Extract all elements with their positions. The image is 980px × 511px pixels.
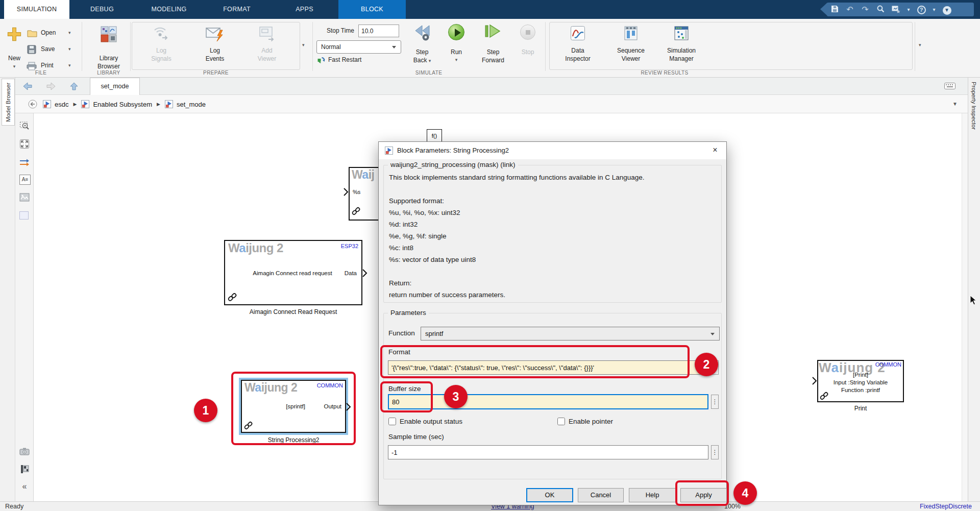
- solver-link[interactable]: FixedStepDiscrete: [920, 502, 972, 511]
- new-button[interactable]: New ▾: [3, 24, 26, 69]
- simulation-mode-chevron-icon: [392, 46, 396, 48]
- breadcrumb-item-enabled-subsystem[interactable]: Enabled Subsystem: [93, 101, 152, 108]
- dialog-title: Block Parameters: String Processing2: [397, 142, 509, 159]
- ok-button[interactable]: OK: [526, 488, 573, 502]
- ribbon-separator: [312, 22, 313, 71]
- description-line: This block implements standard string fo…: [389, 172, 645, 183]
- log-events-label-2: Events: [197, 55, 233, 62]
- document-tab-set-mode[interactable]: set_mode: [90, 78, 140, 95]
- collapse-panel-icon[interactable]: «: [19, 482, 30, 492]
- new-plus-icon: [6, 26, 22, 42]
- function-select[interactable]: sprintf: [421, 327, 720, 340]
- help-dropdown-icon[interactable]: ▾: [929, 7, 939, 12]
- fast-restart-toggle[interactable]: Fast Restart: [317, 56, 399, 66]
- save-button[interactable]: Save ▾: [26, 44, 80, 56]
- signal-lines-icon[interactable]: [19, 157, 30, 167]
- property-inspector-tab[interactable]: Property Inspector: [969, 82, 979, 148]
- library-browser-button[interactable]: Library Browser: [92, 25, 125, 72]
- close-icon[interactable]: ×: [704, 142, 726, 159]
- viewmarks-icon[interactable]: [19, 465, 30, 475]
- property-inspector-label: Property Inspector: [971, 82, 977, 148]
- open-dropdown-icon[interactable]: ▾: [68, 30, 71, 35]
- library-link-icon: [352, 207, 360, 215]
- log-events-icon: [206, 26, 224, 42]
- buffer-size-input[interactable]: [388, 394, 708, 409]
- tab-format[interactable]: FORMAT: [203, 0, 271, 19]
- help-button[interactable]: Help: [629, 488, 676, 502]
- nav-back-icon[interactable]: [22, 82, 33, 91]
- simulation-manager-button[interactable]: Simulation Manager: [661, 25, 702, 68]
- step-forward-button[interactable]: Step Forward: [479, 22, 507, 69]
- tab-apps[interactable]: APPS: [271, 0, 338, 19]
- ribbon-overflow-icon[interactable]: ▾: [919, 42, 921, 47]
- stop-time-input[interactable]: [358, 25, 399, 37]
- enable-pointer-checkbox[interactable]: [557, 418, 565, 425]
- open-button[interactable]: Open ▾: [26, 28, 80, 39]
- simulation-mode-select[interactable]: Normal: [316, 40, 401, 54]
- simulation-manager-label-2: Manager: [661, 55, 702, 62]
- area-annotation-icon[interactable]: [19, 211, 29, 220]
- tab-block[interactable]: BLOCK: [338, 0, 406, 19]
- image-annotation-icon[interactable]: [19, 193, 30, 203]
- new-dropdown-icon: ▾: [3, 64, 26, 69]
- add-viewer-button[interactable]: Add Viewer: [249, 25, 285, 68]
- nav-forward-icon[interactable]: [46, 82, 56, 91]
- save-icon[interactable]: [827, 5, 842, 15]
- print-dropdown-icon[interactable]: ▾: [68, 63, 71, 68]
- camera-icon[interactable]: [19, 447, 30, 457]
- minimize-toolstrip-icon[interactable]: ▼: [939, 5, 954, 15]
- keyboard-icon[interactable]: [944, 83, 955, 89]
- prepare-more-icon[interactable]: ▾: [302, 42, 305, 47]
- screenshot-icon[interactable]: [888, 5, 903, 15]
- library-label-1: Library: [92, 55, 125, 62]
- breadcrumb-dropdown-icon[interactable]: ▼: [952, 95, 958, 113]
- annotation-box-4: [675, 480, 729, 506]
- search-icon[interactable]: [873, 5, 888, 15]
- parameters-group: Parameters Function sprintf Format ⋮ Buf…: [383, 313, 722, 479]
- enable-output-status-label: Enable output status: [400, 418, 462, 425]
- aimagin-connect-block[interactable]: Waijung 2 ESP32 Aimagin Connect read req…: [224, 240, 362, 305]
- fit-to-view-icon[interactable]: [19, 139, 30, 149]
- sample-edit-icon[interactable]: ⋮: [711, 445, 719, 459]
- tab-debug[interactable]: DEBUG: [69, 0, 135, 19]
- annotation-icon[interactable]: A≡: [19, 175, 31, 185]
- sequence-viewer-button[interactable]: Sequence Viewer: [612, 25, 650, 68]
- waijung-partial-block[interactable]: Waij %s: [349, 167, 380, 221]
- help-icon[interactable]: ?: [914, 5, 929, 14]
- redo-icon[interactable]: ↷: [857, 5, 873, 14]
- tab-simulation[interactable]: SIMULATION: [4, 0, 69, 19]
- model-browser-tab[interactable]: Model Browser: [2, 79, 15, 126]
- breadcrumb-item-esdc[interactable]: esdc: [55, 101, 68, 108]
- vertical-scrollbar[interactable]: [962, 113, 968, 502]
- print-block[interactable]: Waijung 2 COMMON [Print] Input :String V…: [817, 360, 904, 402]
- library-browser-icon: [101, 26, 117, 42]
- buffer-edit-icon[interactable]: ⋮: [711, 395, 719, 409]
- stop-button[interactable]: Stop: [518, 22, 538, 69]
- log-signals-button[interactable]: Log Signals: [143, 25, 179, 68]
- undo-icon[interactable]: ↶: [842, 5, 857, 14]
- log-events-button[interactable]: Log Events: [197, 25, 233, 68]
- step-back-label-2: Back ▾: [408, 57, 436, 64]
- sample-time-input[interactable]: [388, 445, 708, 459]
- step-back-label-1: Step: [408, 48, 436, 56]
- sequence-viewer-label-2: Viewer: [612, 55, 650, 62]
- cancel-button[interactable]: Cancel: [578, 488, 624, 502]
- description-line: Supported format:: [389, 195, 645, 207]
- function-caller-block[interactable]: f(): [427, 129, 442, 142]
- zoom-region-icon[interactable]: [19, 120, 30, 131]
- run-dropdown-icon[interactable]: ▾: [445, 57, 468, 62]
- run-button[interactable]: Run ▾: [445, 22, 468, 69]
- screenshot-dropdown-icon[interactable]: ▾: [903, 7, 914, 12]
- data-inspector-button[interactable]: Data Inspector: [559, 25, 597, 68]
- enable-output-status-checkbox[interactable]: [388, 418, 396, 425]
- annotation-circle-3: 3: [444, 385, 468, 408]
- step-back-button[interactable]: Step Back ▾: [408, 22, 436, 69]
- dialog-title-bar[interactable]: Block Parameters: String Processing2 ×: [379, 142, 726, 159]
- hide-breadcrumb-icon[interactable]: [28, 99, 38, 109]
- nav-up-icon[interactable]: [69, 82, 79, 91]
- simulation-mode-value: Normal: [321, 41, 341, 53]
- add-viewer-icon: [258, 26, 276, 42]
- save-dropdown-icon[interactable]: ▾: [68, 46, 71, 52]
- breadcrumb-item-set-mode[interactable]: set_mode: [177, 101, 206, 108]
- tab-modeling[interactable]: MODELING: [135, 0, 203, 19]
